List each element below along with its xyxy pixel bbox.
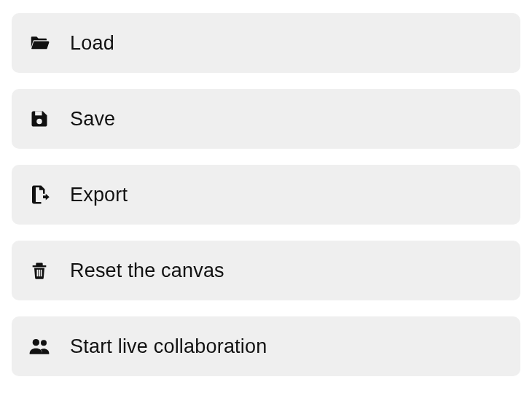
menu-item-label: Save	[70, 108, 115, 131]
folder-open-icon	[28, 31, 51, 55]
menu-item-reset-canvas[interactable]: Reset the canvas	[12, 241, 520, 300]
menu-list: Load Save Export	[12, 13, 520, 376]
menu-item-save[interactable]: Save	[12, 89, 520, 149]
menu-item-label: Export	[70, 184, 128, 206]
export-icon	[28, 183, 51, 206]
svg-rect-3	[39, 270, 40, 276]
save-icon	[28, 107, 51, 131]
trash-icon	[28, 259, 51, 282]
svg-rect-2	[37, 270, 39, 276]
svg-point-6	[41, 340, 47, 346]
menu-item-live-collaboration[interactable]: Start live collaboration	[12, 316, 520, 376]
menu-item-label: Start live collaboration	[70, 335, 267, 358]
menu-item-export[interactable]: Export	[12, 165, 520, 225]
svg-point-0	[36, 119, 42, 124]
users-icon	[28, 335, 51, 358]
svg-rect-4	[41, 270, 42, 276]
menu-item-label: Load	[70, 32, 114, 55]
menu-item-load[interactable]: Load	[12, 13, 520, 73]
svg-rect-1	[35, 112, 42, 116]
svg-point-5	[33, 339, 39, 346]
menu-item-label: Reset the canvas	[70, 260, 224, 282]
